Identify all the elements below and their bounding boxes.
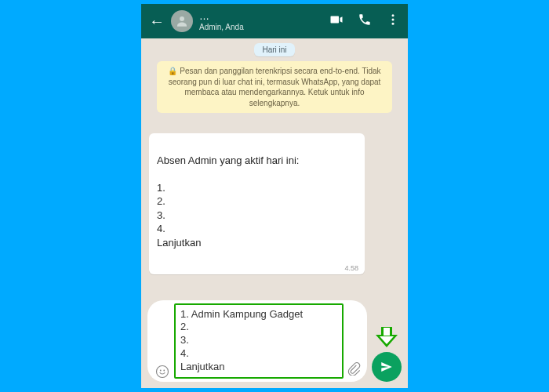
more-menu-icon[interactable]: [386, 13, 400, 30]
attachment-icon[interactable]: [347, 361, 361, 379]
send-button[interactable]: [372, 352, 402, 382]
svg-point-6: [163, 370, 165, 372]
back-icon[interactable]: ←: [149, 13, 165, 31]
chat-body[interactable]: Hari ini 🔒 Pesan dan panggilan terenkrip…: [141, 38, 408, 296]
voice-call-icon[interactable]: [358, 13, 372, 30]
svg-point-1: [392, 14, 394, 16]
message-input-wrap[interactable]: 1. Admin Kampung Gadget 2. 3. 4. Lanjutk…: [147, 300, 367, 382]
svg-point-4: [157, 366, 169, 378]
composer: 1. Admin Kampung Gadget 2. 3. 4. Lanjutk…: [141, 296, 408, 388]
svg-point-0: [180, 16, 184, 21]
message-input[interactable]: 1. Admin Kampung Gadget 2. 3. 4. Lanjutk…: [174, 303, 344, 379]
chat-header: ← … Admin, Anda: [141, 4, 408, 38]
chat-title-block[interactable]: … Admin, Anda: [199, 11, 323, 31]
chat-screen: ← … Admin, Anda Hari ini 🔒 Pesan dan pan…: [141, 4, 408, 388]
svg-point-5: [160, 370, 162, 372]
encryption-notice[interactable]: 🔒 Pesan dan panggilan terenkripsi secara…: [157, 61, 392, 113]
emoji-icon[interactable]: [154, 365, 171, 379]
video-call-icon[interactable]: [329, 13, 344, 30]
day-separator: Hari ini: [254, 43, 294, 56]
incoming-message[interactable]: Absen Admin yang aktif hari ini: 1. 2. 3…: [149, 133, 365, 274]
message-text: Absen Admin yang aktif hari ini: 1. 2. 3…: [157, 154, 299, 249]
chat-title: …: [199, 11, 323, 22]
chat-subtitle: Admin, Anda: [199, 23, 323, 31]
tutorial-arrow-icon: [376, 327, 398, 344]
avatar[interactable]: [171, 10, 193, 32]
svg-point-2: [392, 19, 394, 21]
svg-point-3: [392, 23, 394, 25]
message-time: 4.58: [344, 263, 358, 273]
